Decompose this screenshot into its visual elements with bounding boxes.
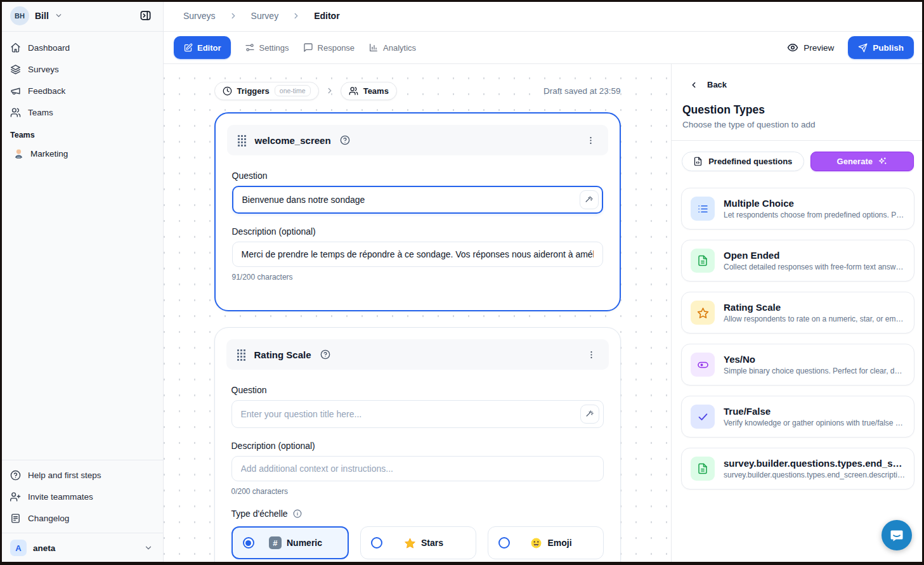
tab-analytics[interactable]: Analytics bbox=[368, 42, 416, 53]
question-type-description: Simple binary choice questions. Perfect … bbox=[724, 367, 905, 375]
tab-editor[interactable]: Editor bbox=[174, 36, 231, 59]
sidebar-item-teams[interactable]: Teams bbox=[0, 101, 163, 123]
team-item-label: Marketing bbox=[30, 149, 68, 159]
tab-label: Settings bbox=[259, 43, 289, 53]
sidebar-item-help[interactable]: Help and first steps bbox=[0, 464, 163, 486]
workspace-switcher[interactable]: BH Bill bbox=[10, 6, 63, 25]
sliders-icon bbox=[245, 42, 255, 53]
workspace-name: Bill bbox=[35, 11, 49, 21]
chat-bubble-icon bbox=[889, 528, 904, 543]
back-button[interactable]: Back bbox=[672, 64, 738, 89]
triggers-pill[interactable]: Triggers one-time bbox=[214, 82, 319, 100]
sidebar-item-label: Help and first steps bbox=[28, 471, 101, 480]
list-icon bbox=[697, 203, 709, 215]
one-time-badge: one-time bbox=[275, 85, 311, 96]
chat-launcher-button[interactable] bbox=[882, 520, 912, 550]
generate-button[interactable]: Generate bbox=[810, 152, 914, 171]
sidebar-item-changelog[interactable]: Changelog bbox=[0, 507, 163, 529]
scale-option-label: Numeric bbox=[287, 538, 322, 548]
question-type-title: True/False bbox=[724, 406, 905, 417]
help-circle-icon bbox=[10, 470, 21, 481]
sidebar-item-surveys[interactable]: Surveys bbox=[0, 58, 163, 80]
breadcrumb-surveys[interactable]: Surveys bbox=[183, 11, 216, 21]
technologist-emoji bbox=[13, 148, 25, 160]
tab-response[interactable]: Response bbox=[303, 42, 355, 53]
question-input[interactable] bbox=[232, 186, 603, 214]
toggle-icon bbox=[697, 359, 709, 371]
tab-settings[interactable]: Settings bbox=[245, 42, 289, 53]
chevron-down-icon bbox=[55, 11, 63, 20]
description-input[interactable] bbox=[232, 242, 603, 267]
users-icon bbox=[10, 107, 21, 118]
teams-pill-label: Teams bbox=[363, 86, 389, 96]
welcome-screen-card[interactable]: welcome_screen Question Description (opt bbox=[214, 112, 621, 311]
users-icon bbox=[349, 86, 358, 96]
info-icon bbox=[293, 509, 302, 518]
toolbar-tabs: Editor Settings Response Analytics bbox=[174, 36, 416, 59]
question-type-rating-scale[interactable]: Rating Scale Allow respondents to rate o… bbox=[681, 292, 914, 334]
card-menu-button[interactable] bbox=[584, 347, 599, 362]
help-circle-icon[interactable] bbox=[340, 135, 350, 145]
question-type-multiple-choice[interactable]: Multiple Choice Let respondents choose f… bbox=[681, 188, 914, 230]
publish-button[interactable]: Publish bbox=[848, 36, 914, 59]
sidebar-item-dashboard[interactable]: Dashboard bbox=[0, 37, 163, 58]
panel-subtitle: Choose the type of question to add bbox=[682, 120, 913, 129]
question-type-description: Let respondents choose from predefined o… bbox=[724, 211, 905, 219]
user-name: aneta bbox=[33, 543, 55, 553]
ai-rewrite-button[interactable] bbox=[580, 190, 599, 209]
question-type-description: Allow respondents to rate on a numeric, … bbox=[724, 315, 905, 323]
chevron-right-icon bbox=[325, 86, 334, 95]
drag-handle-icon[interactable] bbox=[237, 349, 245, 361]
question-type-end-screen[interactable]: survey.builder.questions.types.end_scr..… bbox=[681, 448, 914, 490]
description-label: Description (optional) bbox=[232, 226, 603, 237]
scale-type-label-text: Type d'échelle bbox=[231, 509, 288, 519]
draft-status: Draft saved at 23:59 bbox=[543, 86, 621, 96]
description-label: Description (optional) bbox=[231, 441, 604, 451]
breadcrumb-survey[interactable]: Survey bbox=[251, 11, 279, 21]
question-type-true-false[interactable]: True/False Verify knowledge or gather op… bbox=[681, 396, 914, 438]
tab-label: Editor bbox=[197, 43, 221, 53]
question-types-panel: Back Question Types Choose the type of q… bbox=[671, 64, 924, 565]
sidebar-item-invite[interactable]: Invite teammates bbox=[0, 486, 163, 507]
sidebar-item-label: Feedback bbox=[28, 86, 65, 96]
question-type-open-ended[interactable]: Open Ended Collect detailed responses wi… bbox=[681, 240, 914, 282]
survey-editor-app: BH Bill Dashboard Surveys Feedback bbox=[0, 0, 924, 565]
ai-rewrite-button[interactable] bbox=[580, 405, 599, 424]
teams-pill[interactable]: Teams bbox=[341, 82, 397, 100]
scale-type-label: Type d'échelle bbox=[231, 509, 604, 519]
card-title: Rating Scale bbox=[254, 349, 311, 360]
sidebar-item-team-marketing[interactable]: Marketing bbox=[0, 142, 163, 165]
card-menu-button[interactable] bbox=[583, 133, 598, 148]
description-input[interactable] bbox=[231, 456, 604, 481]
question-type-title: survey.builder.questions.types.end_scr..… bbox=[724, 458, 905, 469]
collapse-sidebar-button[interactable] bbox=[137, 7, 154, 24]
scale-option-emoji[interactable]: Emoji bbox=[488, 526, 604, 559]
card-header: welcome_screen bbox=[227, 125, 608, 155]
send-icon bbox=[858, 43, 868, 53]
question-input[interactable] bbox=[231, 400, 604, 428]
question-type-title: Rating Scale bbox=[724, 302, 905, 313]
user-menu[interactable]: A aneta bbox=[0, 533, 163, 565]
scale-option-stars[interactable]: Stars bbox=[360, 526, 476, 559]
sidebar-spacer bbox=[0, 165, 163, 460]
scale-option-numeric[interactable]: # Numeric bbox=[231, 526, 349, 559]
pencil-square-icon bbox=[183, 43, 193, 53]
file-text-icon bbox=[697, 255, 708, 266]
sidebar-item-feedback[interactable]: Feedback bbox=[0, 80, 163, 101]
chevron-left-icon bbox=[689, 81, 698, 89]
question-type-yes-no[interactable]: Yes/No Simple binary choice questions. P… bbox=[681, 344, 914, 386]
teams-section-label: Teams bbox=[0, 123, 163, 142]
generate-label: Generate bbox=[837, 157, 873, 166]
help-circle-icon[interactable] bbox=[320, 349, 330, 360]
magic-wand-icon bbox=[584, 195, 594, 205]
canvas-toprow: Triggers one-time Teams Draft saved at 2… bbox=[214, 81, 621, 100]
card-title: welcome_screen bbox=[255, 135, 331, 146]
sidebar-item-label: Surveys bbox=[28, 65, 59, 74]
preview-button[interactable]: Preview bbox=[787, 42, 834, 53]
rating-scale-card[interactable]: Rating Scale Question Description (optio bbox=[214, 327, 621, 565]
drag-handle-icon[interactable] bbox=[237, 134, 246, 146]
message-square-icon bbox=[303, 42, 313, 53]
scale-type-options: # Numeric Stars bbox=[231, 526, 604, 559]
predefined-questions-button[interactable]: Predefined questions bbox=[682, 152, 804, 171]
sidebar-item-label: Teams bbox=[28, 108, 53, 117]
